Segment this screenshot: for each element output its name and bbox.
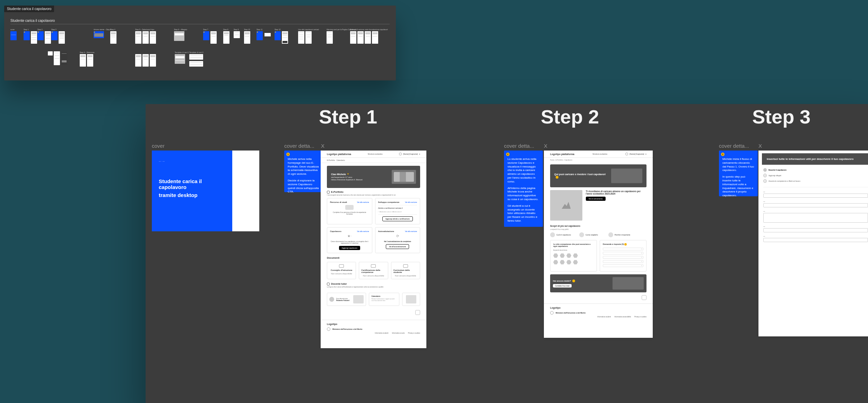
ov-col-r2-tmpl2[interactable]: Template di card 2 [189, 51, 203, 67]
text-input[interactable] [763, 194, 868, 198]
thumb-page[interactable] [59, 31, 65, 44]
card-link[interactable]: Vai alla sezione [357, 230, 369, 232]
menu-icon[interactable]: ≡ [419, 153, 420, 155]
text-input[interactable] [763, 238, 868, 242]
thumb-page[interactable] [110, 31, 116, 44]
thumb-page[interactable] [135, 54, 141, 67]
thumb-page[interactable] [372, 31, 378, 44]
doc-box-1[interactable]: Consiglio d'istruzioneNon ancora disponi… [327, 262, 356, 279]
frame-label-cover-det3[interactable]: cover detta... [719, 143, 749, 149]
faq-item[interactable] [603, 252, 643, 255]
thumb-page[interactable] [150, 31, 156, 44]
card-button[interactable]: Aggiungi attività o certificazione [382, 216, 413, 221]
textarea-input[interactable] [763, 213, 868, 223]
ov-col-r2-step4[interactable]: Step 4 – Seleziona [80, 51, 94, 67]
thumb-modal[interactable] [174, 31, 184, 41]
thumb-page[interactable] [150, 54, 156, 67]
ov-col-r2-tmpl1[interactable]: Template di card 1 [175, 51, 189, 64]
card-autovalutazione[interactable]: AutovalutazioneVai alla sezione ⟳ Hai 1 … [375, 227, 420, 253]
ov-col-step10[interactable]: Step 10 [244, 28, 250, 44]
frame-label-x1[interactable]: X [321, 143, 324, 149]
footer-link[interactable]: Informativa studenti [597, 316, 611, 318]
faq-item[interactable] [603, 248, 643, 250]
ov-col-step4[interactable]: Step 4 [110, 28, 116, 44]
thumb-note[interactable] [203, 31, 209, 40]
ov-col-cover[interactable]: cover [10, 28, 17, 40]
step-item-3[interactable]: 3Associa le competenze e rifletti sul la… [763, 179, 868, 183]
thumb-note[interactable] [51, 31, 58, 40]
text-input[interactable] [763, 228, 868, 232]
thumb-page[interactable] [31, 31, 37, 44]
annotation-note-2[interactable]: 2 Lo studente arriva nella sezione Capol… [504, 151, 543, 227]
ov-col-esempi[interactable]: Esempi di sezione varie formattazione ca… [350, 28, 388, 44]
chip-2[interactable]: Come sceglierlo [579, 232, 604, 237]
card-sviluppo[interactable]: Sviluppo competenzeVai alla sezione Atti… [375, 198, 420, 224]
box-sub[interactable]: Espandi descrizione [553, 249, 594, 251]
thumb-page[interactable] [357, 31, 364, 44]
annotation-note-3[interactable]: 3 Michele inizia il flusso di caricament… [719, 151, 758, 196]
overview-panel[interactable]: Studente carica il capolavoro Studente c… [4, 6, 396, 80]
calendar-card[interactable]: Calendario Gestisci la direzione e regis… [369, 293, 399, 306]
card-button[interactable]: Aggiungi capolavoro [339, 246, 360, 250]
banner-button[interactable]: Contatta il tuo tutor [553, 284, 572, 288]
breadcrumb[interactable]: Home › E-Portfolio › Capolavoro [544, 158, 653, 162]
thumb-page[interactable] [45, 31, 51, 44]
chip-3[interactable]: Perché è importante [608, 232, 633, 237]
thumb-page[interactable] [234, 31, 240, 38]
frame-label-x2[interactable]: X [544, 143, 547, 149]
doc-box-2[interactable]: Certificazione delle competenzeNon ancor… [359, 262, 388, 279]
select-input[interactable] [763, 203, 868, 207]
card-link[interactable]: Vai alla sezione [405, 201, 417, 203]
footer-link[interactable]: Informativa scuola [392, 332, 405, 334]
footer-link[interactable]: Privacy e cookies [634, 316, 646, 318]
ov-col-step2[interactable]: Step 2 [37, 28, 51, 44]
thumb-page[interactable] [223, 31, 229, 44]
dash-button[interactable]: Vai al caricamento [586, 197, 606, 201]
cover-frame[interactable]: — · — Studente carica il capolavoro tram… [152, 151, 259, 231]
scroll-top-button[interactable] [415, 310, 420, 315]
ov-col-step5[interactable]: Step 5 – Seleziona il tipo [135, 28, 156, 44]
thumb-page[interactable] [244, 31, 250, 44]
card-link[interactable]: Vai alla sezione [357, 201, 369, 203]
thumb-page[interactable] [282, 31, 288, 44]
ov-col-r2-b[interactable] [135, 51, 156, 67]
ov-col-step12[interactable]: Step 12 [275, 28, 288, 44]
footer-link[interactable]: Informativa studenti [375, 332, 388, 334]
thumb-note[interactable] [24, 31, 30, 40]
thumb-note[interactable] [257, 31, 263, 40]
doc-box-3[interactable]: Curriculum dello studenteNon ancora disp… [391, 262, 420, 279]
thumb-modal[interactable] [175, 54, 185, 64]
thumb-page[interactable] [87, 54, 93, 67]
thumb-page[interactable] [350, 31, 356, 44]
faq-item[interactable] [603, 260, 643, 263]
main-canvas[interactable]: Step 1 Step 2 Step 3 cover cover detta..… [146, 104, 868, 403]
mockup-step1[interactable]: Logotipo piattaforma Struttura scolastic… [321, 151, 426, 348]
step-item-2[interactable]: 2Aggiungi allegati [763, 174, 868, 177]
mockup-step3[interactable]: Inserisci tutte le informazioni utili pe… [758, 151, 868, 336]
thumb-page[interactable] [298, 31, 304, 44]
menu-icon[interactable]: ≡ [645, 153, 646, 155]
frame-label-x3[interactable]: X [758, 143, 762, 149]
thumb-page[interactable] [210, 31, 217, 44]
thumb-card[interactable] [189, 54, 203, 60]
card-percorso[interactable]: Percorso di studiVai alla sezione Comple… [327, 198, 372, 224]
thumb-page[interactable] [327, 31, 333, 44]
annotation-note-1[interactable]: 1 Michele arriva nella homepage del suo … [284, 151, 323, 192]
thumb-page[interactable] [142, 31, 149, 44]
card-link[interactable]: Vai alla sezione [405, 230, 417, 232]
chip-1[interactable]: Cos'è il capolavoro [550, 232, 574, 237]
thumb-page[interactable] [54, 51, 60, 65]
frame-label-cover-det2[interactable]: cover detta... [504, 143, 534, 149]
thumb-page[interactable] [305, 31, 312, 44]
thumb-note[interactable] [37, 31, 44, 40]
ov-col-step11[interactable]: Step 11 [257, 28, 271, 40]
ov-col-step1[interactable]: Step 1 [24, 28, 37, 44]
ov-col-step9[interactable]: Step 9 [234, 28, 240, 38]
mk1-tabs[interactable]: E-Portfolio · Calendario [321, 158, 426, 163]
mk1-user[interactable]: [Nome] [Cognome]≡ [399, 153, 420, 155]
thumb-page[interactable] [80, 54, 86, 67]
ov-col-azione4[interactable]: Azione utente – Step 4 [94, 28, 111, 38]
thumb-page[interactable] [142, 54, 149, 67]
ov-col-uso-altri[interactable]: Uso altri capolavori caricati [298, 28, 319, 44]
card-button[interactable]: Vai all'autovalutazione [386, 244, 409, 249]
